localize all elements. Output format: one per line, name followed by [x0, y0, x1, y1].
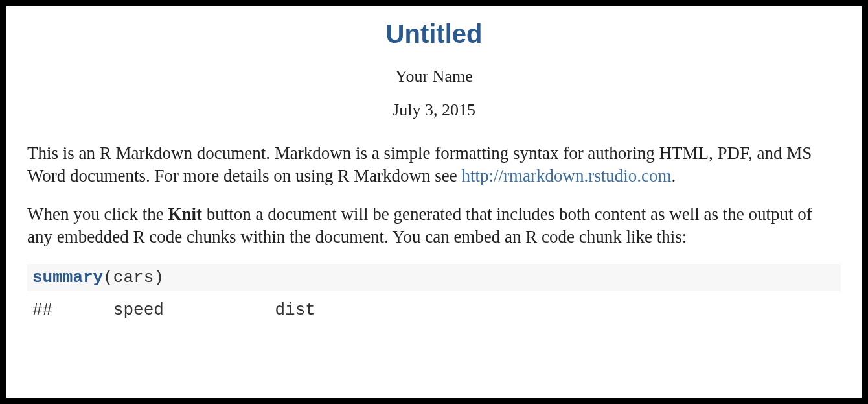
knit-paragraph: When you click the Knit button a documen… — [27, 203, 841, 248]
document-title: Untitled — [27, 19, 841, 49]
code-function: summary — [32, 268, 103, 287]
output-block: ## speed dist — [27, 299, 841, 321]
document-frame: Untitled Your Name July 3, 2015 This is … — [5, 5, 863, 399]
document-author: Your Name — [27, 67, 841, 86]
intro-paragraph: This is an R Markdown document. Markdown… — [27, 142, 841, 187]
knit-bold: Knit — [168, 204, 202, 224]
intro-text-post: . — [671, 166, 676, 185]
code-block: summary(cars) — [27, 264, 841, 291]
document-date: July 3, 2015 — [27, 101, 841, 120]
rmarkdown-link[interactable]: http://rmarkdown.rstudio.com — [461, 166, 671, 185]
code-args: (cars) — [103, 268, 164, 287]
knit-pre: When you click the — [27, 204, 168, 224]
intro-text-pre: This is an R Markdown document. Markdown… — [27, 143, 812, 185]
